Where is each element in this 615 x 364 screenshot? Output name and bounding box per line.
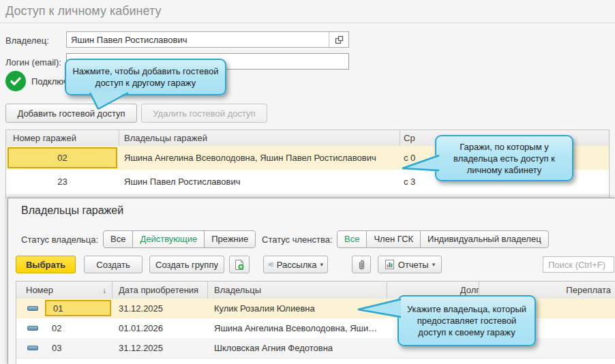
new-document-icon (234, 259, 245, 271)
connected-status-icon (5, 71, 26, 91)
col-header-owners[interactable]: Владельцы (214, 282, 385, 299)
owner-status-label: Статус владельца: (21, 234, 98, 245)
purchase-date[interactable]: 31.12.2025 (119, 338, 206, 358)
tooltip-choose-owner: Укажите владельца, который предоставляет… (397, 295, 536, 346)
filter-owner-all[interactable]: Все (103, 230, 133, 248)
reports-button[interactable]: Отчеты ▾ (378, 256, 442, 273)
owner-names[interactable]: Шкловская Агния Федотовна (214, 338, 386, 358)
tooltip-add-guest-access: Нажмите, чтобы добавить гостевой доступ … (65, 59, 226, 95)
create-group-button[interactable]: Создать группу (149, 256, 224, 273)
owner-number[interactable]: 03 (52, 338, 110, 358)
owner-label: Владелец: (5, 35, 49, 46)
filter-membership-all[interactable]: Все (337, 230, 367, 248)
filter-owner-former[interactable]: Прежние (204, 230, 256, 248)
filter-membership-member[interactable]: Член ГСК (366, 230, 421, 248)
page-title: Доступ к личному кабинету (5, 4, 161, 18)
mailing-icon (268, 260, 273, 269)
tooltip-tail (398, 154, 442, 175)
owners-window-title: Владельцы гаражей (21, 204, 123, 217)
garage-owners[interactable]: Яшин Павел Ростиславович (124, 170, 398, 194)
garage-number[interactable]: 23 (6, 170, 119, 194)
garage-number: 02 (57, 153, 67, 163)
filter-owner-active[interactable]: Действующие (132, 230, 205, 248)
owner-field-wrap (66, 31, 349, 48)
focused-cell[interactable]: 02 (7, 147, 117, 168)
membership-status-filter: Все Член ГСК Индивидуальный владелец (337, 230, 549, 248)
remove-guest-access-button: Удалить гостевой доступ (141, 104, 267, 123)
chevron-down-icon: ▾ (320, 261, 323, 268)
col-header-purchase-date[interactable]: Дата приобретения (119, 282, 207, 299)
list-item-icon (27, 326, 38, 331)
purchase-date[interactable]: 01.01.2026 (119, 318, 206, 338)
membership-status-label: Статус членства: (262, 234, 333, 245)
focused-cell[interactable]: 01 (45, 300, 111, 316)
list-item-icon (27, 346, 38, 350)
mailing-label: Рассылка (277, 260, 317, 270)
garage-owners[interactable]: Яшина Ангелина Всеволодовна, Яшин Павел … (124, 146, 398, 170)
login-label: Логин (email): (5, 57, 61, 67)
open-form-icon (335, 35, 344, 44)
attachment-button[interactable] (352, 256, 371, 273)
paperclip-icon (357, 260, 366, 270)
tooltip-garages-access: Гаражи, по которым у владельца есть дост… (435, 135, 573, 181)
owner-number[interactable]: 02 (52, 318, 110, 338)
chevron-down-icon: ▾ (432, 261, 436, 268)
tooltip-tail (353, 298, 402, 322)
select-button[interactable]: Выбрать (16, 256, 76, 273)
title-separator (0, 22, 615, 23)
create-new-item-button[interactable] (229, 256, 250, 273)
search-input[interactable] (543, 256, 614, 273)
check-icon (10, 77, 21, 86)
owner-status-filter: Все Действующие Прежние (103, 230, 256, 248)
filter-membership-individual[interactable]: Индивидуальный владелец (420, 230, 549, 248)
col-header-garage-number[interactable]: Номер гаражей (13, 130, 115, 146)
report-chart-icon (385, 259, 395, 270)
reports-label: Отчеты (398, 260, 429, 270)
col-header-number[interactable]: Номер (26, 282, 101, 299)
mailing-button[interactable]: Рассылка ▾ (263, 256, 328, 273)
col-header-garage-owners[interactable]: Владельцы гаражей (124, 130, 397, 146)
screen: Доступ к личному кабинету Владелец: Логи… (0, 0, 615, 364)
purchase-date[interactable]: 31.12.2025 (119, 299, 206, 318)
list-item-icon (27, 306, 38, 311)
owner-input[interactable] (67, 32, 329, 47)
tooltip-tail (80, 91, 135, 110)
owner-number: 01 (53, 303, 63, 314)
open-owner-button[interactable] (329, 32, 348, 47)
sort-desc-icon[interactable]: ↓ (102, 282, 110, 299)
create-button[interactable]: Создать (84, 256, 142, 273)
